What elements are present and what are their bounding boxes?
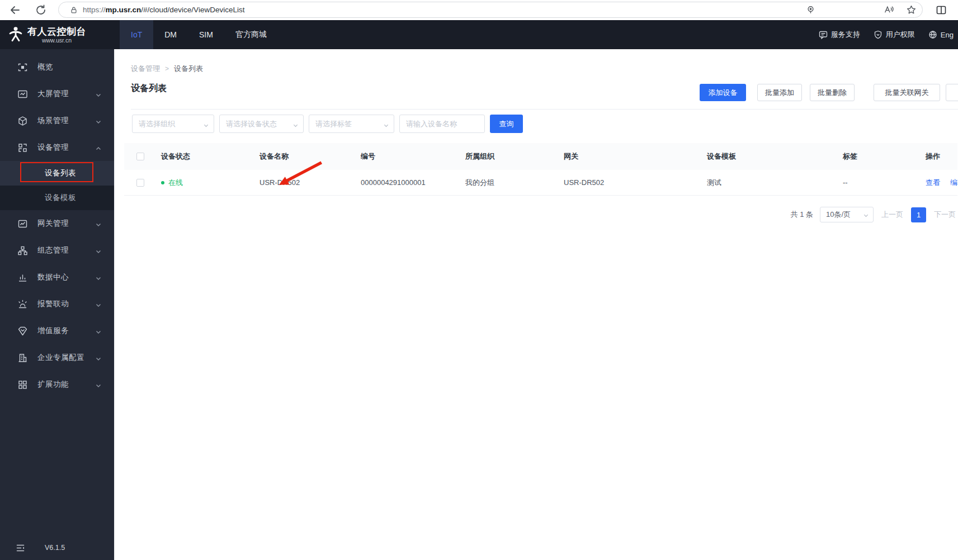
chevron-down-icon [95, 91, 102, 97]
location-icon[interactable] [805, 4, 816, 15]
sidebar: 概览 大屏管理 场景管理 设备管理 设备列表 [0, 49, 114, 560]
sidebar-item-device-management[interactable]: 设备管理 [0, 134, 114, 161]
user-permission-link[interactable]: 用户权限 [874, 30, 915, 40]
device-status-select[interactable]: 请选择设备状态 [219, 115, 304, 133]
refresh-icon[interactable] [35, 4, 47, 16]
device-management-submenu: 设备列表 设备模板 [0, 161, 114, 210]
tab-dm[interactable]: DM [153, 20, 188, 49]
address-bar[interactable]: https://mp.usr.cn/#/cloud/device/ViewDev… [58, 2, 923, 18]
page-title: 设备列表 [131, 83, 167, 94]
brand-title: 有人云控制台 [27, 26, 86, 37]
header-actions: 操作 [920, 151, 957, 162]
nav-tabs: IoT DM SIM 官方商城 [120, 20, 278, 49]
add-device-button[interactable]: 添加设备 [700, 84, 746, 101]
row-checkbox[interactable] [136, 179, 144, 187]
gateway-chart-icon [17, 219, 28, 229]
table-row: 在线 USR-DR502 0000004291000001 我的分组 USR-D… [124, 170, 957, 196]
chevron-down-icon [95, 274, 102, 281]
browser-toolbar: https://mp.usr.cn/#/cloud/device/ViewDev… [0, 0, 958, 20]
cell-organization: 我的分组 [460, 178, 558, 188]
sidebar-item-label: 设备模板 [45, 193, 76, 203]
navbar-right: 服务支持 用户权限 Eng [805, 20, 958, 49]
favorite-star-icon[interactable] [906, 4, 917, 15]
sidebar-item-label: 大屏管理 [37, 89, 69, 99]
header-template: 设备模板 [701, 151, 837, 162]
person-logo-icon [7, 26, 24, 44]
cell-template: 测试 [701, 178, 837, 188]
read-aloud-icon[interactable] [884, 4, 894, 15]
chevron-down-icon [383, 121, 389, 127]
tab-mall[interactable]: 官方商城 [224, 20, 278, 49]
chevron-down-icon [95, 301, 102, 307]
sidebar-item-label: 组态管理 [37, 245, 69, 255]
cell-actions: 查看 编辑 [920, 178, 957, 188]
breadcrumb-device-list: 设备列表 [174, 64, 203, 74]
header-device-name: 设备名称 [254, 151, 355, 162]
sidebar-item-label: 设备管理 [37, 143, 69, 153]
sidebar-item-label: 数据中心 [37, 272, 69, 282]
sidebar-item-device-template[interactable]: 设备模板 [0, 186, 114, 210]
device-squares-icon [17, 143, 28, 153]
sidebar-item-scene[interactable]: 场景管理 [0, 107, 114, 134]
lock-icon[interactable] [70, 6, 78, 14]
table-header-row: 设备状态 设备名称 编号 所属组织 网关 设备模板 标签 操作 [124, 143, 957, 170]
prev-page-button[interactable]: 上一页 [881, 210, 903, 220]
topology-icon [17, 245, 28, 256]
gem-badge-icon [17, 326, 28, 336]
chevron-down-icon [95, 117, 102, 124]
sidebar-item-enterprise-config[interactable]: 企业专属配置 [0, 344, 114, 371]
language-link[interactable]: Eng [928, 30, 954, 39]
breadcrumb-separator: > [165, 65, 169, 73]
next-page-button[interactable]: 下一页 [934, 210, 956, 220]
shield-icon [874, 30, 883, 39]
sidebar-item-data-center[interactable]: 数据中心 [0, 264, 114, 291]
collapse-menu-icon[interactable] [16, 543, 25, 553]
header-organization: 所属组织 [460, 151, 558, 162]
batch-delete-button[interactable]: 批量删除 [810, 84, 855, 101]
header-tag: 标签 [837, 151, 920, 162]
bar-chart-icon [17, 272, 28, 283]
tag-select[interactable]: 请选择标签 [309, 115, 394, 133]
sidebar-item-configuration[interactable]: 组态管理 [0, 237, 114, 264]
clipped-button[interactable]: 排 [946, 84, 958, 101]
batch-link-gateway-button[interactable]: 批量关联网关 [874, 84, 940, 101]
brand-logo[interactable]: 有人云控制台 www.usr.cn [0, 20, 114, 49]
device-name-input[interactable] [399, 115, 485, 133]
page-size-value: 10条/页 [826, 210, 851, 220]
back-arrow-icon[interactable] [9, 4, 21, 16]
sidebar-item-label: 网关管理 [37, 219, 69, 229]
sidebar-item-device-list[interactable]: 设备列表 [0, 161, 114, 186]
filter-bar: 请选择组织 请选择设备状态 请选择标签 查询 [132, 115, 523, 133]
edit-link[interactable]: 编辑 [950, 178, 958, 188]
support-link[interactable]: 服务支持 [819, 30, 860, 40]
current-page-button[interactable]: 1 [911, 207, 926, 222]
sidebar-item-gateway[interactable]: 网关管理 [0, 210, 114, 237]
page-size-select[interactable]: 10条/页 [820, 207, 874, 222]
select-all-checkbox[interactable] [136, 153, 144, 160]
breadcrumb-device-management[interactable]: 设备管理 [131, 64, 160, 74]
tab-iot[interactable]: IoT [120, 20, 153, 49]
chevron-down-icon [95, 381, 102, 388]
sidebar-item-alarm[interactable]: 报警联动 [0, 291, 114, 317]
sidebar-item-overview[interactable]: 概览 [0, 54, 114, 80]
sidebar-item-label: 概览 [37, 62, 53, 72]
tab-sim[interactable]: SIM [188, 20, 224, 49]
overview-icon [17, 62, 28, 73]
grid-apps-icon [17, 379, 28, 390]
split-screen-icon[interactable] [936, 4, 947, 16]
org-select[interactable]: 请选择组织 [132, 115, 214, 133]
url-text: https://mp.usr.cn/#/cloud/device/ViewDev… [83, 6, 244, 14]
building-icon [17, 353, 28, 363]
chevron-down-icon [95, 354, 102, 361]
sidebar-item-extensions[interactable]: 扩展功能 [0, 371, 114, 398]
sidebar-item-big-screen[interactable]: 大屏管理 [0, 80, 114, 107]
alarm-siren-icon [17, 299, 28, 310]
status-badge: 在线 [161, 178, 254, 188]
batch-add-button[interactable]: 批量添加 [757, 84, 802, 101]
view-link[interactable]: 查看 [926, 178, 940, 188]
header-device-status: 设备状态 [155, 151, 254, 162]
sidebar-item-value-added[interactable]: 增值服务 [0, 317, 114, 344]
cell-serial: 0000004291000001 [355, 178, 460, 187]
chevron-down-icon [95, 328, 102, 334]
search-button[interactable]: 查询 [490, 115, 523, 133]
